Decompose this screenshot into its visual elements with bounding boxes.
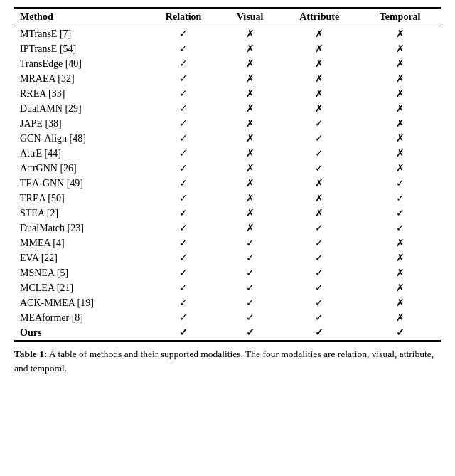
cell-method: MTransE [7] — [14, 26, 146, 42]
cell-temporal: ✓ — [359, 206, 441, 221]
col-header-relation: Relation — [146, 8, 220, 26]
table-row: DualMatch [23]✓✗✓✓ — [14, 221, 441, 236]
cell-visual: ✗ — [220, 71, 279, 86]
cell-attribute: ✗ — [279, 206, 359, 221]
cell-method: RREA [33] — [14, 86, 146, 101]
cell-temporal: ✗ — [359, 26, 441, 42]
cell-temporal: ✓ — [359, 191, 441, 206]
cell-temporal: ✗ — [359, 236, 441, 250]
cell-relation: ✓ — [146, 265, 220, 280]
cell-visual: ✗ — [220, 26, 279, 42]
cell-attribute: ✗ — [279, 101, 359, 116]
col-header-attribute: Attribute — [279, 8, 359, 26]
cell-visual: ✗ — [220, 86, 279, 101]
cell-attribute: ✓ — [279, 250, 359, 265]
cell-temporal: ✗ — [359, 116, 441, 131]
cell-attribute: ✓ — [279, 236, 359, 250]
cell-attribute: ✓ — [279, 325, 359, 341]
cell-relation: ✓ — [146, 236, 220, 250]
cell-visual: ✓ — [220, 325, 279, 341]
cell-attribute: ✓ — [279, 161, 359, 176]
table-row: AttrGNN [26]✓✗✓✗ — [14, 161, 441, 176]
cell-method: AttrGNN [26] — [14, 161, 146, 176]
methods-table: Method Relation Visual Attribute Tempora… — [14, 7, 441, 342]
cell-visual: ✗ — [220, 176, 279, 191]
cell-method: ACK-MMEA [19] — [14, 295, 146, 310]
cell-relation: ✓ — [146, 71, 220, 86]
cell-method: MEAformer [8] — [14, 310, 146, 325]
table-row: MEAformer [8]✓✓✓✗ — [14, 310, 441, 325]
cell-temporal: ✓ — [359, 221, 441, 236]
cell-attribute: ✓ — [279, 295, 359, 310]
cell-visual: ✗ — [220, 101, 279, 116]
cell-visual: ✓ — [220, 236, 279, 250]
table-row: Ours✓✓✓✓ — [14, 325, 441, 341]
cell-temporal: ✗ — [359, 56, 441, 71]
cell-temporal: ✗ — [359, 86, 441, 101]
cell-method: TREA [50] — [14, 191, 146, 206]
cell-temporal: ✗ — [359, 310, 441, 325]
cell-relation: ✓ — [146, 161, 220, 176]
cell-method: STEA [2] — [14, 206, 146, 221]
table-row: RREA [33]✓✗✗✗ — [14, 86, 441, 101]
table-row: GCN-Align [48]✓✗✓✗ — [14, 131, 441, 146]
cell-relation: ✓ — [146, 221, 220, 236]
table-header-row: Method Relation Visual Attribute Tempora… — [14, 8, 441, 26]
cell-temporal: ✓ — [359, 325, 441, 341]
table-row: TEA-GNN [49]✓✗✗✓ — [14, 176, 441, 191]
cell-temporal: ✗ — [359, 295, 441, 310]
col-header-visual: Visual — [220, 8, 279, 26]
cell-visual: ✗ — [220, 161, 279, 176]
table-row: JAPE [38]✓✗✓✗ — [14, 116, 441, 131]
cell-relation: ✓ — [146, 206, 220, 221]
cell-relation: ✓ — [146, 56, 220, 71]
cell-method: MCLEA [21] — [14, 280, 146, 295]
cell-attribute: ✗ — [279, 176, 359, 191]
table-row: TransEdge [40]✓✗✗✗ — [14, 56, 441, 71]
table-row: MSNEA [5]✓✓✓✗ — [14, 265, 441, 280]
cell-visual: ✓ — [220, 265, 279, 280]
table-row: AttrE [44]✓✗✓✗ — [14, 146, 441, 161]
cell-attribute: ✓ — [279, 146, 359, 161]
cell-temporal: ✗ — [359, 265, 441, 280]
cell-attribute: ✓ — [279, 131, 359, 146]
cell-relation: ✓ — [146, 26, 220, 42]
cell-visual: ✓ — [220, 250, 279, 265]
cell-attribute: ✗ — [279, 71, 359, 86]
table-row: MMEA [4]✓✓✓✗ — [14, 236, 441, 250]
caption-text: A table of methods and their supported m… — [14, 349, 434, 374]
table-row: TREA [50]✓✗✗✓ — [14, 191, 441, 206]
cell-temporal: ✗ — [359, 280, 441, 295]
table-row: STEA [2]✓✗✗✓ — [14, 206, 441, 221]
table-row: ACK-MMEA [19]✓✓✓✗ — [14, 295, 441, 310]
cell-visual: ✗ — [220, 116, 279, 131]
cell-relation: ✓ — [146, 310, 220, 325]
table-row: MTransE [7]✓✗✗✗ — [14, 26, 441, 42]
cell-visual: ✗ — [220, 206, 279, 221]
table-caption: Table 1: A table of methods and their su… — [14, 347, 441, 376]
cell-relation: ✓ — [146, 250, 220, 265]
cell-attribute: ✓ — [279, 221, 359, 236]
cell-attribute: ✓ — [279, 265, 359, 280]
cell-visual: ✓ — [220, 280, 279, 295]
cell-relation: ✓ — [146, 325, 220, 341]
cell-method: DualAMN [29] — [14, 101, 146, 116]
cell-temporal: ✓ — [359, 176, 441, 191]
table-row: MCLEA [21]✓✓✓✗ — [14, 280, 441, 295]
cell-visual: ✓ — [220, 295, 279, 310]
cell-attribute: ✗ — [279, 191, 359, 206]
cell-relation: ✓ — [146, 86, 220, 101]
cell-method: MSNEA [5] — [14, 265, 146, 280]
cell-visual: ✗ — [220, 56, 279, 71]
cell-temporal: ✗ — [359, 146, 441, 161]
cell-method: MRAEA [32] — [14, 71, 146, 86]
cell-visual: ✗ — [220, 146, 279, 161]
cell-visual: ✗ — [220, 131, 279, 146]
cell-method: MMEA [4] — [14, 236, 146, 250]
cell-temporal: ✗ — [359, 161, 441, 176]
cell-temporal: ✗ — [359, 250, 441, 265]
cell-method: JAPE [38] — [14, 116, 146, 131]
cell-relation: ✓ — [146, 176, 220, 191]
cell-attribute: ✓ — [279, 280, 359, 295]
cell-temporal: ✗ — [359, 41, 441, 56]
